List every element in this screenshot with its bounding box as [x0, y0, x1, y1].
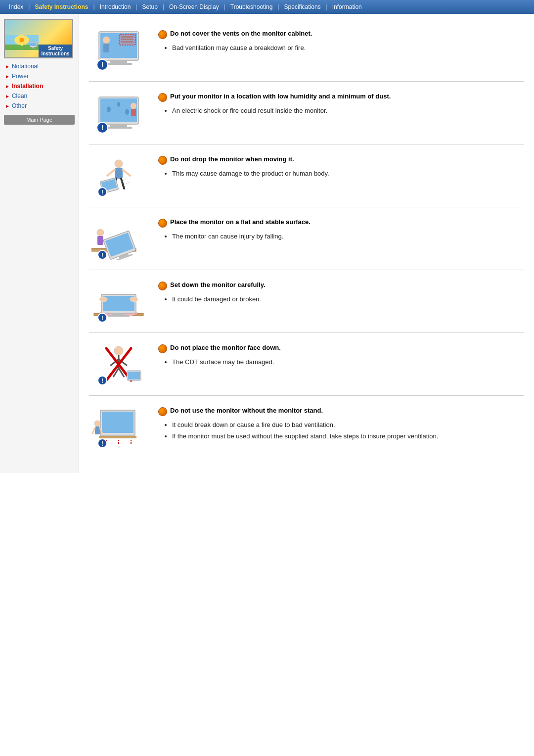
entry-text-4: Place the monitor on a flat and stable s…: [158, 216, 524, 243]
svg-text:!: !: [101, 378, 103, 384]
sidebar: Safety Instructions ► Notational ► Power…: [0, 14, 79, 473]
safety-entry-5: ! Set down the monitor carefully. It cou…: [89, 270, 524, 333]
svg-line-42: [123, 170, 130, 176]
arrow-icon: ►: [5, 94, 10, 99]
monitor-svg-4: !: [91, 218, 146, 260]
arrow-icon: ►: [5, 64, 10, 69]
entry-image-7: !: [89, 405, 148, 449]
arrow-icon: ►: [5, 84, 10, 89]
sidebar-item-notational[interactable]: ► Notational: [4, 61, 75, 71]
svg-rect-18: [110, 60, 127, 63]
svg-point-4: [21, 34, 23, 38]
svg-rect-30: [110, 124, 127, 127]
main-page-button[interactable]: Main Page: [4, 115, 75, 125]
globe-icon-1: [158, 30, 167, 39]
safety-entry-2: ! Put your monitor in a location with lo…: [89, 82, 524, 144]
monitor-svg-3: !: [91, 155, 146, 197]
monitor-svg-1: !: [91, 29, 146, 71]
nav-bar: Index | Safety Instructions | Introducti…: [0, 0, 534, 14]
svg-point-24: [103, 37, 110, 44]
main-layout: Safety Instructions ► Notational ► Power…: [0, 14, 534, 473]
entry-heading-3: Do not drop the monitor when moving it.: [158, 155, 524, 165]
svg-rect-86: [95, 426, 100, 434]
svg-point-56: [97, 229, 104, 236]
safety-entry-1: ! Do not cover the vents on the monitor …: [89, 19, 524, 82]
svg-rect-13: [30, 43, 36, 46]
entry-text-2: Put your monitor in a location with low …: [158, 91, 524, 117]
svg-point-32: [107, 106, 111, 112]
entry-image-1: !: [89, 28, 148, 72]
svg-rect-19: [105, 63, 132, 65]
svg-rect-31: [105, 127, 132, 129]
entry-bullets-3: This may cause damage to the product or …: [172, 169, 524, 179]
entry-heading-4: Place the monitor on a flat and stable s…: [158, 218, 524, 228]
nav-troubleshooting[interactable]: Troubleshooting: [225, 2, 278, 12]
entry-heading-2: Put your monitor in a location with low …: [158, 93, 524, 102]
svg-line-48: [124, 182, 130, 185]
nav-introduction[interactable]: Introduction: [95, 2, 136, 12]
svg-point-6: [16, 39, 20, 42]
entry-heading-5: Set down the monitor carefully.: [158, 281, 524, 290]
monitor-svg-6: !: [91, 343, 146, 385]
globe-icon-7: [158, 407, 167, 416]
arrow-icon: ►: [5, 74, 10, 79]
svg-point-85: [94, 421, 100, 426]
monitor-svg-2: !: [91, 92, 146, 134]
svg-point-7: [24, 39, 28, 42]
sidebar-banner: Safety Instructions: [4, 19, 73, 58]
entry-text-7: Do not use the monitor without the monit…: [158, 405, 524, 442]
svg-point-34: [125, 109, 129, 115]
sidebar-item-clean[interactable]: ► Clean: [4, 91, 75, 101]
monitor-svg-7: !: [91, 406, 146, 448]
entry-text-5: Set down the monitor carefully. It could…: [158, 279, 524, 306]
safety-entry-7: ! Do not use the monitor without the mon…: [89, 396, 524, 458]
entry-text-1: Do not cover the vents on the monitor ca…: [158, 28, 524, 54]
svg-rect-64: [112, 313, 125, 315]
sidebar-item-installation[interactable]: ► Installation: [4, 81, 75, 91]
entry-text-6: Do not place the monitor face down. The …: [158, 342, 524, 369]
svg-rect-36: [131, 109, 136, 116]
svg-point-5: [21, 42, 23, 46]
entry-image-3: !: [89, 153, 148, 198]
svg-rect-14: [32, 47, 34, 48]
safety-entry-3: ! Do not drop the monitor when moving it…: [89, 144, 524, 207]
entry-bullets-6: The CDT surface may be damaged.: [172, 357, 524, 367]
svg-point-70: [114, 346, 123, 355]
svg-text:!: !: [101, 440, 103, 447]
entry-bullets-1: Bad ventilation may cause a breakdown or…: [172, 43, 524, 53]
entry-heading-6: Do not place the monitor face down.: [158, 344, 524, 353]
sidebar-banner-label: Safety Instructions: [39, 45, 72, 57]
entry-image-5: !: [89, 279, 148, 324]
entry-heading-7: Do not use the monitor without the monit…: [158, 407, 524, 416]
nav-specifications[interactable]: Specifications: [279, 2, 326, 12]
svg-text:!: !: [101, 315, 103, 322]
monitor-svg-5: !: [91, 281, 146, 323]
entry-heading-1: Do not cover the vents on the monitor ca…: [158, 30, 524, 39]
nav-index[interactable]: Index: [4, 2, 28, 12]
svg-point-67: [130, 297, 138, 302]
svg-rect-23: [119, 34, 135, 45]
svg-point-66: [99, 297, 107, 302]
nav-setup[interactable]: Setup: [137, 2, 162, 12]
globe-icon-6: [158, 344, 167, 353]
svg-rect-65: [108, 315, 130, 317]
svg-text:!: !: [101, 124, 104, 132]
entry-bullets-5: It could be damaged or broken.: [172, 294, 524, 304]
svg-rect-83: [102, 412, 134, 433]
nav-osd[interactable]: On-Screen Display: [164, 2, 224, 12]
svg-line-87: [92, 428, 95, 433]
sidebar-item-power[interactable]: ► Power: [4, 71, 75, 81]
globe-icon-5: [158, 282, 167, 290]
nav-information[interactable]: Information: [327, 2, 367, 12]
svg-point-35: [131, 103, 136, 109]
entry-bullets-4: The monitor can cause injury by falling.: [172, 232, 524, 241]
nav-safety[interactable]: Safety Instructions: [30, 2, 93, 12]
content-area: ! Do not cover the vents on the monitor …: [79, 14, 534, 473]
svg-line-41: [107, 170, 115, 176]
entry-bullets-7: It could break down or cause a fire due …: [172, 420, 524, 441]
svg-rect-63: [103, 296, 134, 311]
svg-rect-40: [115, 168, 123, 179]
svg-point-33: [117, 102, 120, 107]
entry-image-2: !: [89, 91, 148, 135]
sidebar-item-other[interactable]: ► Other: [4, 101, 75, 111]
